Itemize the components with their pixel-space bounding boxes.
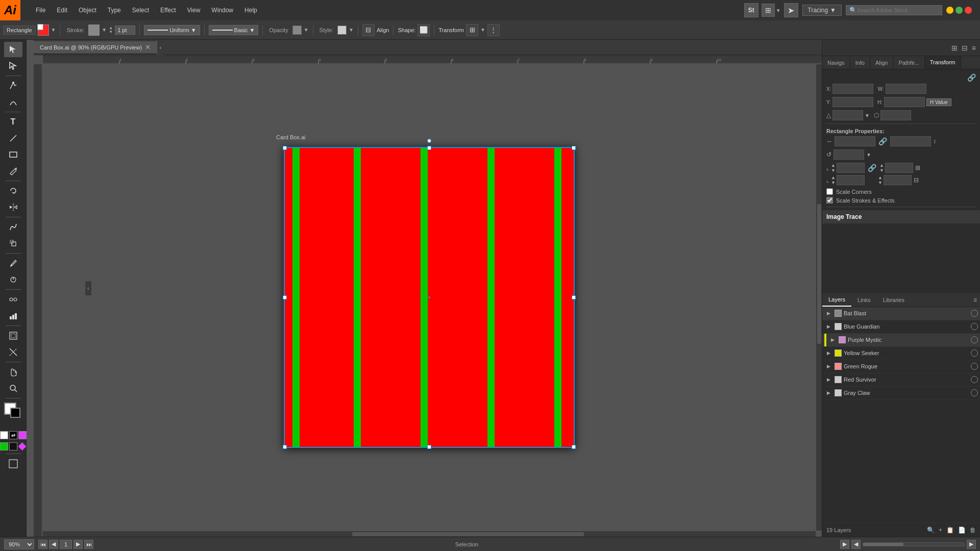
layer-expand[interactable]: ▶ [824, 362, 832, 370]
layer-expand[interactable]: ▶ [828, 336, 837, 344]
rotation-dropdown[interactable]: ▼ [866, 152, 871, 158]
angle1-input[interactable]: 0° [832, 110, 863, 120]
scroll-left-btn[interactable]: ◀ [851, 540, 861, 549]
scale-strokes-checkbox[interactable] [826, 197, 833, 204]
menu-window[interactable]: Window [206, 5, 238, 16]
fill-arrow[interactable]: ▼ [51, 27, 56, 33]
line-tool[interactable] [4, 131, 22, 146]
stroke-value[interactable] [115, 26, 135, 35]
select-tool[interactable] [4, 42, 22, 57]
artboard-tool[interactable] [4, 328, 22, 343]
arrow-icon[interactable]: ➤ [784, 3, 798, 17]
left-panel-collapse[interactable]: ‹ [85, 281, 92, 296]
page-input[interactable] [60, 540, 72, 549]
reflect-tool[interactable] [4, 199, 22, 215]
grid-icon[interactable]: ⊞ ▼ [762, 4, 781, 17]
corner-br-input[interactable]: 0 in [884, 175, 912, 185]
angle2-input[interactable]: 0° [880, 110, 911, 120]
pencil-tool[interactable] [4, 163, 22, 179]
stroke-swatch[interactable] [10, 408, 20, 418]
screen-mode[interactable] [4, 456, 22, 471]
profile-style[interactable]: Basic ▼ [209, 25, 259, 35]
layer-visibility[interactable] [971, 323, 978, 330]
y-input[interactable]: 5.985 in [832, 97, 873, 107]
menu-help[interactable]: Help [239, 5, 262, 16]
opacity-arrow[interactable]: ▼ [304, 27, 309, 33]
corner-up2-arrow[interactable]: ▲▼ [879, 163, 884, 173]
zoom-select[interactable]: 90% 100% 75% 50% [4, 539, 34, 549]
rect-w-input[interactable]: 10.32 in [835, 136, 875, 146]
menu-edit[interactable]: Edit [52, 5, 72, 16]
rect-h-input[interactable]: 10.47 in [890, 136, 931, 146]
tab-libraries[interactable]: Libraries [877, 294, 911, 307]
minimize-button[interactable] [946, 7, 953, 14]
constrain-proportions-icon[interactable]: 🔗 [967, 73, 976, 82]
tab-close[interactable]: ✕ [145, 43, 151, 51]
list-item[interactable]: ▶ Red Survivor [822, 373, 980, 387]
list-item[interactable]: ▶ Bat Blast [822, 307, 980, 320]
tab-navigs[interactable]: Navigs [822, 56, 850, 69]
layers-copy-icon[interactable]: 📋 [946, 527, 954, 534]
pen-tool[interactable] [4, 78, 22, 93]
tracing-button[interactable]: Tracing ▼ [802, 5, 842, 16]
horizontal-scrollbar[interactable] [43, 531, 816, 537]
direct-select-tool[interactable] [4, 58, 22, 73]
shape-icon[interactable]: ⬜ [418, 24, 430, 36]
corner-up-arrow[interactable]: ▲▼ [831, 163, 836, 173]
measure-tool[interactable] [4, 272, 22, 287]
panel-menu-icon[interactable]: ≡ [972, 44, 976, 52]
layer-expand[interactable]: ▶ [824, 375, 832, 384]
list-item[interactable]: ▶ Purple Mystic [822, 334, 980, 347]
stroke-style[interactable]: Uniform ▼ [144, 25, 200, 35]
layer-visibility[interactable] [971, 336, 978, 343]
canvas-inner[interactable]: Card Box.ai [43, 64, 816, 531]
corner-down2-arrow[interactable]: ▲▼ [878, 175, 883, 185]
x-input[interactable]: 6.16 in [832, 84, 873, 94]
rect-rotation-input[interactable]: 0° [834, 149, 864, 160]
fill-color[interactable] [38, 24, 49, 36]
h-input[interactable]: 10.47 in [884, 97, 925, 107]
layer-expand[interactable]: ▶ [824, 349, 832, 357]
style-swatch[interactable] [337, 26, 347, 35]
layer-visibility[interactable] [971, 310, 978, 317]
color-swatch-accent[interactable] [18, 431, 27, 439]
transform-arrow-icon[interactable]: ▼ [480, 27, 485, 33]
search-input[interactable] [857, 7, 939, 13]
layer-visibility[interactable] [971, 389, 978, 396]
style-arrow[interactable]: ▼ [349, 27, 354, 33]
chart-tool[interactable] [4, 308, 22, 323]
type-tool[interactable]: T [4, 114, 22, 130]
menu-select[interactable]: Select [127, 5, 154, 16]
corner-tl-input[interactable]: 0 in [837, 163, 865, 173]
list-item[interactable]: ▶ Gray Claw [822, 387, 980, 400]
corner-bl-input[interactable]: 0 in [837, 175, 865, 185]
swap-colors[interactable]: ⇄ [9, 431, 17, 439]
corner-type-icon[interactable]: ⊞ [915, 164, 920, 171]
document-tab[interactable]: Card Box.ai @ 90% (RGB/GPU Preview) ✕ [34, 41, 157, 53]
slice-tool[interactable] [4, 344, 22, 360]
scale-tool[interactable] [4, 236, 22, 251]
layers-menu-icon[interactable]: ≡ [973, 294, 980, 307]
list-item[interactable]: ▶ Yellow Seeker [822, 347, 980, 360]
vertical-scrollbar[interactable] [816, 64, 822, 531]
tab-scroll-left[interactable]: ‹ [157, 40, 164, 55]
tab-align[interactable]: Align [870, 56, 893, 69]
layer-expand[interactable]: ▶ [824, 389, 832, 397]
link-corners-icon[interactable]: 🔗 [867, 164, 877, 172]
w-input[interactable]: 10.32 in [886, 84, 926, 94]
menu-effect[interactable]: Effect [155, 5, 181, 16]
layer-visibility[interactable] [971, 376, 978, 383]
menu-view[interactable]: View [182, 5, 206, 16]
tab-transform[interactable]: Transform [925, 56, 961, 69]
scroll-right-btn[interactable]: ▶ [967, 540, 976, 549]
layer-visibility[interactable] [971, 363, 978, 370]
panel-grid-icon[interactable]: ⊟ [962, 44, 968, 52]
menu-object[interactable]: Object [74, 5, 102, 16]
layers-delete-icon[interactable]: 🗑 [970, 527, 976, 534]
tool-shape-selector[interactable]: Rectangle [3, 26, 36, 35]
stroke-color[interactable] [88, 24, 100, 36]
libraries-icon[interactable]: St [744, 3, 758, 17]
play-btn[interactable]: ▶ [840, 540, 849, 549]
tab-layers[interactable]: Layers [822, 294, 851, 307]
more-options-icon[interactable]: ⋮ [487, 24, 500, 36]
